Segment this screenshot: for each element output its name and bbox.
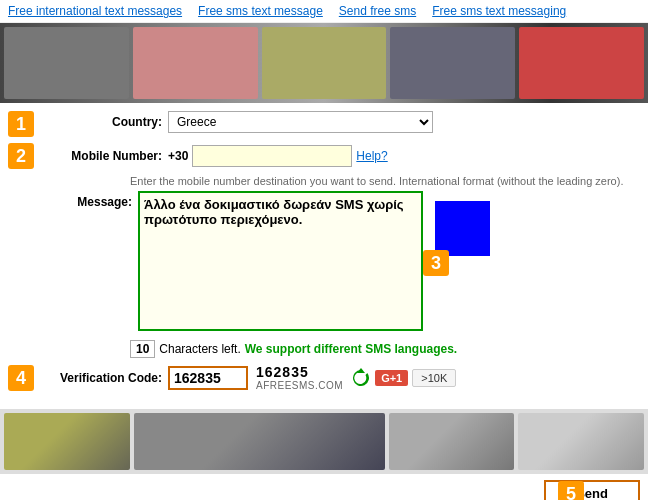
country-select[interactable]: Greece — [168, 111, 433, 133]
badge-1: 1 — [8, 111, 34, 137]
banner-block-2 — [133, 27, 258, 99]
verif-row: 4 Verification Code: 162835 AFREESMS.COM… — [0, 364, 648, 391]
mobile-hint: Enter the mobile number destination you … — [130, 175, 648, 187]
nav-link-3[interactable]: Send free sms — [339, 4, 416, 18]
message-textarea[interactable]: Άλλο ένα δοκιμαστικό δωρεάν SMS χωρίς πρ… — [138, 191, 423, 331]
mobile-row: 2 Mobile Number: +30 Help? — [0, 143, 648, 169]
message-wrapper: 3 Άλλο ένα δοκιμαστικό δωρεάν SMS χωρίς … — [138, 191, 423, 334]
verif-input-group: 162835 AFREESMS.COM G+1 >10K — [168, 364, 456, 391]
badge-4: 4 — [8, 365, 34, 391]
svg-marker-0 — [357, 368, 365, 373]
banner-block-4 — [390, 27, 515, 99]
captcha-block: 162835 AFREESMS.COM — [256, 364, 343, 391]
chars-count: 10 — [130, 340, 155, 358]
country-label: Country: — [38, 111, 168, 133]
bb-block-2 — [134, 413, 385, 470]
mobile-input[interactable] — [192, 145, 352, 167]
send-btn-row: 5 Send — [0, 476, 648, 500]
badge-2: 2 — [8, 143, 34, 169]
nav-link-2[interactable]: Free sms text message — [198, 4, 323, 18]
country-code: +30 — [168, 149, 188, 163]
message-label: Message: — [8, 191, 138, 213]
nav-link-4[interactable]: Free sms text messaging — [432, 4, 566, 18]
blue-ad-block — [435, 201, 490, 256]
top-banner — [0, 23, 648, 103]
bb-block-1 — [4, 413, 130, 470]
chars-label: Characters left. — [159, 342, 240, 356]
badge-5: 5 — [558, 481, 584, 501]
refresh-icon[interactable] — [351, 368, 371, 388]
mobile-label: Mobile Number: — [38, 145, 168, 167]
country-row: 1 Country: Greece — [0, 111, 648, 137]
chars-left-row: 10 Characters left. We support different… — [130, 340, 648, 358]
banner-block-5 — [519, 27, 644, 99]
bb-block-3 — [389, 413, 515, 470]
mobile-input-group: +30 Help? — [168, 145, 388, 167]
badge-3: 3 — [423, 250, 449, 276]
gplus-button[interactable]: G+1 — [375, 370, 408, 386]
sms-support-msg: We support different SMS languages. — [245, 342, 457, 356]
banner-block-3 — [262, 27, 387, 99]
message-row: Message: 3 Άλλο ένα δοκιμαστικό δωρεάν S… — [0, 191, 648, 334]
captcha-display: 162835 AFREESMS.COM G+1 >10K — [256, 364, 456, 391]
nav-link-1[interactable]: Free international text messages — [8, 4, 182, 18]
form-area: 1 Country: Greece 2 Mobile Number: +30 H… — [0, 103, 648, 405]
bb-block-4 — [518, 413, 644, 470]
main-content: 1 Country: Greece 2 Mobile Number: +30 H… — [0, 23, 648, 500]
top-banner-inner — [0, 23, 648, 103]
verif-input[interactable] — [168, 366, 248, 390]
tenk-button[interactable]: >10K — [412, 369, 456, 387]
captcha-code: 162835 — [256, 364, 309, 380]
verif-label: Verification Code: — [38, 367, 168, 389]
help-link[interactable]: Help? — [356, 149, 387, 163]
top-nav: Free international text messages Free sm… — [0, 0, 648, 23]
captcha-site: AFREESMS.COM — [256, 380, 343, 391]
bottom-banner — [0, 409, 648, 474]
banner-block-1 — [4, 27, 129, 99]
